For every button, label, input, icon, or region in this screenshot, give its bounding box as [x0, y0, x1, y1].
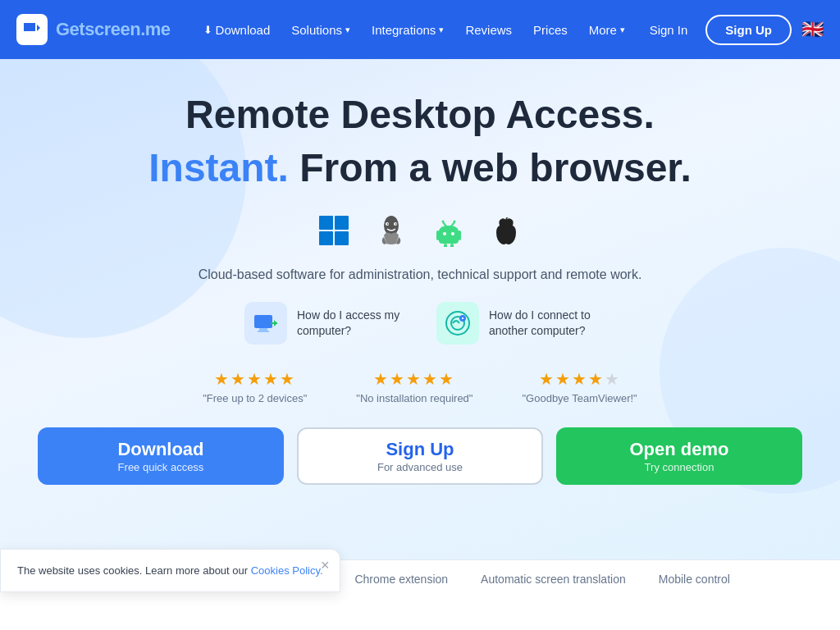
svg-rect-3 — [335, 231, 349, 245]
chevron-down-icon: ▾ — [345, 25, 350, 35]
os-icons-row — [16, 210, 824, 251]
chevron-down-icon: ▾ — [620, 25, 625, 35]
stars-3: ★★★★★ — [522, 369, 637, 389]
stars-2: ★★★★★ — [356, 369, 472, 389]
hero-title-line2: Instant. From a web browser. — [16, 145, 824, 190]
svg-rect-0 — [319, 216, 333, 230]
signin-button[interactable]: Sign In — [641, 16, 696, 43]
hero-description: Cloud-based software for administration,… — [16, 267, 824, 282]
cookie-policy-link[interactable]: Cookies Policy. — [251, 564, 323, 577]
signup-button[interactable]: Sign Up — [705, 15, 792, 45]
svg-point-4 — [384, 216, 399, 235]
svg-rect-23 — [271, 322, 277, 324]
feature-link-connect-text: How do I connect to another computer? — [489, 308, 596, 340]
feature-link-connect[interactable]: How do I connect to another computer? — [436, 302, 596, 345]
hero-subtitle-rest: From a web browser. — [299, 146, 691, 189]
signup-label: Sign Up — [386, 439, 454, 460]
svg-point-19 — [504, 219, 508, 222]
svg-point-18 — [454, 221, 456, 223]
bottom-nav-chrome[interactable]: Chrome extension — [354, 573, 448, 586]
cookie-close-button[interactable]: × — [321, 558, 330, 573]
demo-button[interactable]: Open demo Try connection — [556, 427, 802, 485]
svg-point-7 — [387, 224, 389, 226]
nav-solutions[interactable]: Solutions ▾ — [283, 16, 358, 43]
feature-link-access[interactable]: How do I access my computer? — [244, 302, 404, 345]
signup-cta-button[interactable]: Sign Up For advanced use — [297, 427, 543, 485]
language-flag-icon[interactable]: 🇬🇧 — [801, 19, 824, 40]
signup-sublabel: For advanced use — [377, 461, 463, 474]
svg-point-8 — [395, 224, 397, 226]
cookie-banner: The website uses cookies. Learn more abo… — [0, 549, 340, 593]
connect-icon — [436, 302, 479, 345]
feature-link-access-text: How do I access my computer? — [297, 308, 404, 340]
download-sublabel: Free quick access — [118, 461, 204, 474]
svg-rect-9 — [436, 231, 440, 240]
nav-reviews[interactable]: Reviews — [457, 16, 520, 43]
svg-point-17 — [442, 221, 445, 223]
cookie-text: The website uses cookies. Learn more abo… — [17, 563, 323, 579]
svg-rect-22 — [258, 331, 269, 332]
review-text-2: "No installation required" — [356, 392, 472, 404]
demo-label: Open demo — [629, 439, 728, 460]
windows-icon[interactable] — [313, 210, 354, 251]
hero-instant-text: Instant. — [148, 146, 289, 189]
svg-point-14 — [451, 232, 454, 235]
svg-rect-2 — [319, 231, 333, 245]
nav-prices[interactable]: Prices — [525, 16, 576, 43]
review-item-1: ★★★★★ "Free up to 2 devices" — [203, 369, 307, 404]
logo[interactable]: Getscreen.me — [16, 14, 171, 45]
review-text-1: "Free up to 2 devices" — [203, 392, 307, 404]
navbar: Getscreen.me ⬇ Download Solutions ▾ Inte… — [0, 0, 840, 59]
hero-section: Remote Desktop Access. Instant. From a w… — [0, 59, 840, 559]
review-item-2: ★★★★★ "No installation required" — [356, 369, 472, 404]
logo-text: Getscreen.me — [56, 19, 171, 40]
bottom-nav-mobile[interactable]: Mobile control — [659, 573, 730, 586]
nav-more[interactable]: More ▾ — [581, 16, 633, 43]
chevron-down-icon: ▾ — [439, 25, 444, 35]
download-label: Download — [117, 439, 203, 460]
svg-point-13 — [443, 232, 446, 235]
svg-point-24 — [446, 312, 469, 335]
access-icon — [244, 302, 287, 345]
nav-links: ⬇ Download Solutions ▾ Integrations ▾ Re… — [195, 16, 641, 43]
linux-icon[interactable] — [371, 210, 412, 251]
hero-title-line1: Remote Desktop Access. — [16, 92, 824, 137]
reviews-row: ★★★★★ "Free up to 2 devices" ★★★★★ "No i… — [16, 369, 824, 404]
svg-rect-20 — [254, 315, 272, 328]
svg-rect-11 — [444, 244, 447, 247]
review-text-3: "Goodbye TeamViewer!" — [522, 392, 637, 404]
stars-1: ★★★★★ — [203, 369, 307, 389]
demo-sublabel: Try connection — [645, 461, 714, 474]
svg-rect-1 — [335, 216, 349, 230]
logo-icon — [16, 14, 48, 45]
svg-rect-12 — [450, 244, 454, 247]
bottom-nav-translation[interactable]: Automatic screen translation — [481, 573, 626, 586]
nav-right: Sign In Sign Up 🇬🇧 — [641, 15, 824, 45]
nav-download[interactable]: ⬇ Download — [195, 16, 279, 43]
svg-rect-21 — [259, 328, 267, 331]
download-icon: ⬇ — [203, 24, 212, 36]
nav-integrations[interactable]: Integrations ▾ — [363, 16, 452, 43]
feature-links-row: How do I access my computer? How do I co… — [16, 302, 824, 345]
cta-buttons: Download Free quick access Sign Up For a… — [16, 427, 824, 485]
apple-icon[interactable] — [486, 210, 527, 251]
android-icon[interactable] — [428, 210, 469, 251]
download-button[interactable]: Download Free quick access — [38, 427, 284, 485]
svg-rect-10 — [458, 231, 461, 240]
review-item-3: ★★★★★ "Goodbye TeamViewer!" — [522, 369, 637, 404]
